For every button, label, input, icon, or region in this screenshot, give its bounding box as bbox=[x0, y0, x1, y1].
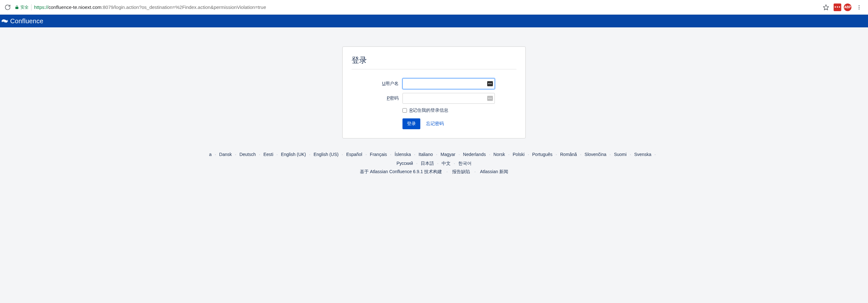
language-link[interactable]: Português bbox=[532, 150, 553, 159]
url-path: /login.action?os_destination=%2Findex.ac… bbox=[113, 4, 266, 10]
lastpass-extension-icon[interactable]: ••• bbox=[834, 3, 841, 11]
language-link[interactable]: Română bbox=[560, 150, 577, 159]
username-input[interactable] bbox=[402, 78, 495, 89]
password-manager-icon[interactable]: ••• bbox=[487, 96, 493, 101]
login-card: 登录 U用户名 ••• P密码 ••• R记住我的登录信息 登录 忘记密码 bbox=[342, 46, 526, 138]
divider bbox=[351, 69, 517, 69]
username-label: U用户名 bbox=[351, 81, 402, 87]
url-field[interactable]: https:// confluence-te.nioext.com :8079 … bbox=[34, 4, 819, 10]
svg-marker-0 bbox=[824, 4, 829, 10]
language-link[interactable]: English (US) bbox=[314, 150, 339, 159]
language-list: a·Dansk·Deutsch·Eesti·English (UK)·Engli… bbox=[0, 150, 868, 159]
adblock-extension-icon[interactable]: ABP bbox=[844, 3, 851, 11]
language-link[interactable]: Svenska bbox=[634, 150, 651, 159]
separator bbox=[31, 4, 32, 10]
secure-badge: 安全 bbox=[14, 4, 29, 10]
remember-me-label: R记住我的登录信息 bbox=[409, 108, 448, 113]
password-input[interactable] bbox=[402, 93, 495, 104]
language-link[interactable]: Nederlands bbox=[463, 150, 486, 159]
language-link[interactable]: Deutsch bbox=[240, 150, 256, 159]
svg-point-1 bbox=[859, 5, 860, 6]
browser-address-bar: 安全 https:// confluence-te.nioext.com :80… bbox=[0, 0, 868, 14]
language-link[interactable]: 日本語 bbox=[421, 159, 434, 168]
forgot-password-link[interactable]: 忘记密码 bbox=[426, 121, 444, 127]
language-link[interactable]: Norsk bbox=[494, 150, 505, 159]
password-manager-icon[interactable]: ••• bbox=[487, 81, 493, 86]
confluence-logo[interactable]: Confluence bbox=[1, 18, 43, 25]
footer: a·Dansk·Deutsch·Eesti·English (UK)·Engli… bbox=[0, 150, 868, 175]
language-link[interactable]: Français bbox=[370, 150, 387, 159]
language-list-2: Русский·日本語·中文·한국어 bbox=[0, 159, 868, 168]
secure-label: 安全 bbox=[20, 4, 29, 10]
language-link[interactable]: Polski bbox=[513, 150, 524, 159]
app-header: Confluence bbox=[0, 14, 868, 27]
svg-point-2 bbox=[859, 7, 860, 8]
language-link[interactable]: Suomi bbox=[614, 150, 627, 159]
url-port: :8079 bbox=[101, 4, 114, 10]
url-host: confluence-te.nioext.com bbox=[49, 4, 101, 10]
url-scheme: https:// bbox=[34, 4, 49, 10]
language-link[interactable]: Dansk bbox=[219, 150, 232, 159]
language-link[interactable]: English (UK) bbox=[281, 150, 306, 159]
language-link[interactable]: Slovenčina bbox=[585, 150, 607, 159]
reload-icon[interactable] bbox=[3, 2, 13, 12]
language-link[interactable]: 中文 bbox=[442, 159, 451, 168]
footer-built-with[interactable]: 基于 Atlassian Confluence 6.9.1 技术构建 bbox=[360, 169, 442, 174]
language-link[interactable]: 한국어 bbox=[458, 159, 472, 168]
language-link[interactable]: Íslenska bbox=[395, 150, 411, 159]
product-name: Confluence bbox=[10, 18, 43, 25]
language-link[interactable]: Русский bbox=[396, 159, 413, 168]
login-button[interactable]: 登录 bbox=[402, 119, 420, 129]
language-link[interactable]: Español bbox=[346, 150, 362, 159]
svg-point-3 bbox=[859, 8, 860, 9]
footer-report-bug[interactable]: 报告缺陷 bbox=[452, 169, 470, 174]
password-label: P密码 bbox=[351, 96, 402, 101]
language-link[interactable]: Magyar bbox=[440, 150, 455, 159]
bookmark-star-icon[interactable] bbox=[821, 2, 831, 12]
footer-news[interactable]: Atlassian 新闻 bbox=[480, 169, 508, 174]
remember-me-checkbox[interactable] bbox=[402, 108, 407, 113]
language-link[interactable]: Italiano bbox=[418, 150, 433, 159]
language-link-fragment: a bbox=[209, 150, 212, 159]
language-link[interactable]: Eesti bbox=[263, 150, 273, 159]
browser-menu-icon[interactable] bbox=[854, 2, 864, 12]
login-title: 登录 bbox=[351, 55, 517, 65]
